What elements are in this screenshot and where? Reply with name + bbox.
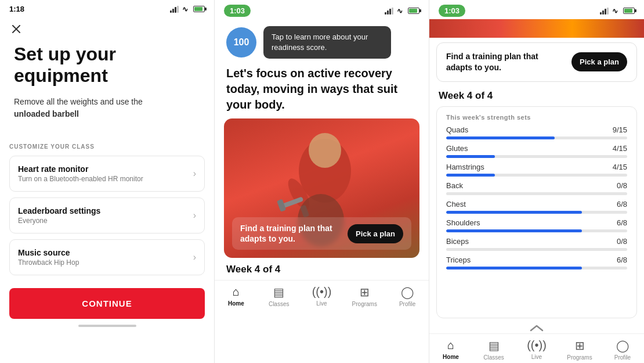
nav-programs-p2[interactable]: ⊞ Programs (343, 285, 386, 307)
progress-fill (446, 136, 555, 139)
panel-equipment-setup: 1:18 ∿ Set up your equipment Remove all … (0, 0, 215, 363)
equipment-description: Remove all the weights and use the unloa… (14, 96, 200, 120)
nav-classes-p2[interactable]: ▤ Classes (258, 285, 301, 307)
nav-classes-p3[interactable]: ▤ Classes (472, 339, 515, 361)
status-bar-panel2: 1:03 ∿ (215, 0, 429, 19)
muscle-header: Triceps 6/8 (446, 256, 627, 264)
nav-profile-p2[interactable]: ◯ Profile (386, 285, 429, 307)
nav-live-label-p3: Live (531, 354, 542, 360)
pick-plan-button[interactable]: Pick a plan (348, 224, 403, 243)
signal-bar3 (605, 9, 606, 15)
leaderboard-subtitle: Everyone (18, 217, 100, 225)
muscle-rows: Quads 9/15 Glutes 4/15 Hamstrings 4/15 (446, 125, 627, 269)
nav-home-label-p3: Home (443, 354, 459, 360)
battery-icon-p3 (623, 8, 635, 14)
timer-badge-panel3: 1:03 (439, 5, 465, 17)
leaderboard-item[interactable]: Leaderboard settings Everyone › (9, 197, 205, 233)
battery-fill (194, 7, 202, 11)
muscle-header: Chest 6/8 (446, 200, 627, 209)
muscle-name: Biceps (446, 237, 469, 246)
image-overlay: Find a training plan that adapts to you.… (232, 217, 411, 250)
hero-banner (429, 19, 644, 38)
music-source-title: Music source (18, 248, 79, 257)
nav-live-p2[interactable]: ((•)) Live (301, 285, 343, 307)
muscle-header: Biceps 0/8 (446, 237, 627, 246)
signal-bar4 (177, 6, 179, 13)
chevron-icon: › (193, 168, 196, 179)
muscle-header: Quads 9/15 (446, 125, 627, 134)
timer-badge-panel2: 1:03 (224, 5, 251, 17)
signal-icon (170, 6, 179, 13)
nav-home-p2[interactable]: ⌂ Home (215, 285, 258, 307)
heart-rate-item[interactable]: Heart rate monitor Turn on a Bluetooth-e… (9, 156, 205, 192)
signal-bar3 (389, 9, 391, 15)
muscle-name: Chest (446, 200, 466, 209)
home-icon: ⌂ (233, 285, 240, 299)
status-bar-panel1: 1:18 ∿ (0, 0, 214, 16)
status-icons-panel2: ∿ (385, 7, 419, 15)
muscle-name: Shoulders (446, 218, 480, 227)
progress-track (446, 229, 627, 232)
list-item: Hamstrings 4/15 (446, 163, 627, 177)
nav-profile-label-p3: Profile (614, 354, 631, 361)
profile-icon-p3: ◯ (616, 339, 629, 353)
desc-bold: unloaded barbell (14, 109, 79, 118)
music-source-item[interactable]: Music source Throwback Hip Hop › (9, 239, 205, 275)
wifi-icon-p2: ∿ (397, 7, 403, 15)
music-source-text: Music source Throwback Hip Hop (18, 248, 79, 267)
muscle-count: 6/8 (617, 200, 627, 209)
chevron-up-icon (530, 324, 544, 332)
chevron-icon: › (193, 252, 196, 263)
svg-point-3 (309, 133, 341, 168)
status-icons-panel3: ∿ (600, 7, 635, 15)
collapse-button[interactable] (429, 321, 644, 333)
page-title: Set up your equipment (14, 44, 200, 87)
nav-home-p3[interactable]: ⌂ Home (429, 339, 472, 361)
readiness-row: 100 Tap to learn more about your readine… (215, 19, 429, 63)
promo-text: Find a training plan that adapts to you. (446, 51, 566, 73)
signal-bar1 (170, 10, 172, 13)
battery-fill-p3 (624, 9, 632, 13)
muscle-name: Glutes (446, 144, 468, 153)
signal-bar1 (600, 12, 602, 15)
nav-profile-p3[interactable]: ◯ Profile (601, 339, 644, 361)
training-image: Find a training plan that adapts to you.… (224, 118, 419, 258)
live-icon-p3: ((•)) (527, 339, 547, 352)
list-item: Chest 6/8 (446, 200, 627, 214)
leaderboard-text: Leaderboard settings Everyone (18, 206, 100, 225)
signal-icon-p2 (385, 8, 393, 15)
heart-rate-subtitle: Turn on a Bluetooth-enabled HR monitor (18, 175, 143, 183)
programs-icon-p3: ⊞ (575, 339, 585, 353)
classes-icon: ▤ (273, 285, 284, 299)
muscle-count: 0/8 (617, 237, 627, 246)
readiness-score[interactable]: 100 (226, 27, 256, 57)
panel-recovery: 1:03 ∿ 100 Tap to learn more about your … (215, 0, 429, 363)
signal-bar1 (385, 12, 386, 15)
week-label-panel2: Week 4 of 4 (215, 258, 429, 280)
programs-icon: ⊞ (360, 285, 370, 299)
leaderboard-title: Leaderboard settings (18, 206, 100, 215)
muscle-name: Hamstrings (446, 163, 484, 171)
muscle-count: 0/8 (617, 181, 627, 190)
nav-classes-label-p3: Classes (483, 354, 504, 361)
battery-icon-p2 (408, 8, 419, 14)
signal-bar2 (387, 10, 389, 15)
pick-plan-button-p3[interactable]: Pick a plan (571, 52, 627, 71)
bottom-nav-panel2: ⌂ Home ▤ Classes ((•)) Live ⊞ Programs ◯… (215, 280, 429, 310)
nav-programs-p3[interactable]: ⊞ Programs (558, 339, 601, 361)
progress-track (446, 155, 627, 158)
home-icon-p3: ⌂ (447, 339, 454, 352)
nav-live-p3[interactable]: ((•)) Live (515, 339, 558, 361)
close-button[interactable] (9, 22, 23, 36)
signal-bar2 (172, 9, 174, 13)
muscle-name: Back (446, 181, 463, 190)
panel-strength: 1:03 ∿ Find a training plan that adapts … (429, 0, 644, 363)
muscle-count: 4/15 (613, 144, 627, 153)
list-item: Glutes 4/15 (446, 144, 627, 158)
continue-button[interactable]: CONTINUE (9, 288, 205, 319)
equipment-content: Set up your equipment Remove all the wei… (0, 34, 214, 130)
progress-track (446, 211, 627, 214)
progress-track (446, 192, 627, 195)
list-item: Back 0/8 (446, 181, 627, 195)
nav-programs-label-p3: Programs (567, 354, 592, 361)
